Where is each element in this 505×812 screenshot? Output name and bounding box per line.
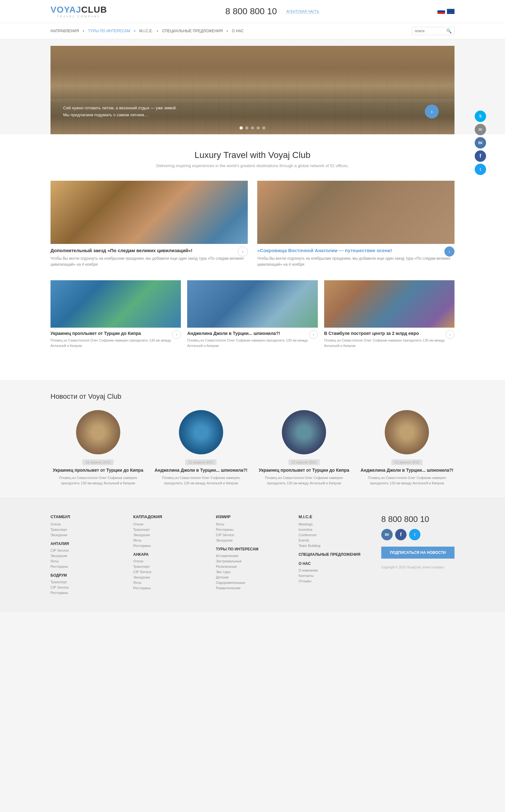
footer-mice-events[interactable]: Events (299, 539, 372, 542)
logo-voyaj: VOYAJ (50, 5, 81, 14)
footer-col-1: СТАМБУЛ Отели Транспорт Экскурсии АНТАЛИ… (50, 514, 124, 596)
flag-ru[interactable] (438, 9, 445, 14)
footer-tours-romantic[interactable]: Романтические (216, 586, 289, 590)
nav-item-directions[interactable]: НАПРАВЛЕНИЯ (50, 29, 83, 33)
search-input[interactable] (415, 29, 446, 33)
footer-tours-extreme[interactable]: Экстремальные (216, 559, 289, 563)
news-card-text-1: Пловец из Севастополя Олег Софаник намер… (50, 475, 146, 486)
header-center: 8 800 800 10 АГЕНТСКАЯ ЧАСТЬ (225, 6, 319, 16)
footer-fb-btn[interactable]: f (395, 529, 406, 540)
footer-copyright: Copyright © 2015 VoyajClub, travel compa… (381, 565, 455, 570)
footer-ankara-yachts[interactable]: Яхты (133, 581, 206, 585)
news-card-3: 22 апреля 2015 Украинец проплывет от Тур… (257, 410, 352, 486)
luxury-subtitle: Delivering inspiring experiences in the … (50, 163, 455, 168)
facebook-button[interactable]: f (475, 150, 486, 162)
footer-cappadocia-yachts[interactable]: Яхты (133, 539, 206, 542)
nav-item-about[interactable]: О НАС (228, 29, 247, 33)
article-arrow-2[interactable]: › (309, 330, 318, 339)
footer-bodrum-restaurants[interactable]: Рестораны (50, 591, 124, 595)
vk-button[interactable]: ВК (475, 137, 486, 148)
skype-button[interactable]: S (475, 111, 486, 122)
footer-bodrum-cip[interactable]: CIP Service (50, 585, 124, 589)
footer-antalya-yachts[interactable]: Яхты (50, 559, 124, 563)
footer-grid: СТАМБУЛ Отели Транспорт Экскурсии АНТАЛИ… (50, 514, 455, 596)
hero-next-button[interactable]: › (425, 105, 439, 118)
footer-cappadocia-hotels[interactable]: Отели (133, 522, 206, 526)
footer-cappadocia-excursions[interactable]: Экскурсии (133, 533, 206, 537)
footer-vk-btn[interactable]: ВК (381, 529, 393, 540)
footer-ankara-excursions[interactable]: Экскурсии (133, 575, 206, 579)
footer-bodrum-transport[interactable]: Транспорт (50, 580, 124, 584)
header: VOYAJCLUB TRAVEL COMPANY 8 800 800 10 АГ… (0, 0, 505, 23)
footer-about-company[interactable]: О компании (299, 568, 372, 572)
footer-tours-wellness[interactable]: Оздоровительные (216, 581, 289, 585)
email-button[interactable]: ✉ (475, 124, 486, 135)
footer-tours-children[interactable]: Детские (216, 575, 289, 579)
logo-club: CLUB (81, 5, 107, 14)
news-img-2 (179, 410, 223, 454)
hero-text-overlay: Сей нужно готовить летом, а весенний отд… (63, 105, 177, 118)
footer-cappadocia-restaurants[interactable]: Рестораны (133, 544, 206, 548)
footer-izmir-restaurants[interactable]: Рестораны (216, 528, 289, 532)
hero-background (50, 46, 455, 134)
hero-dot-4[interactable] (257, 126, 260, 130)
hero-dot-5[interactable] (262, 126, 266, 130)
language-flags (438, 9, 455, 14)
footer-istanbul-hotels[interactable]: Отели (50, 522, 124, 526)
footer-ankara-hotels[interactable]: Отели (133, 559, 206, 563)
news-card-2: 22 апреля 2015 Анджелина Джоли в Турции.… (153, 410, 248, 486)
nav-item-mice[interactable]: M.I.C.E. (135, 29, 157, 33)
article-card-1: Украинец проплывет от Турции до Кипра Пл… (50, 280, 181, 348)
featured-card-2: «Сокровища Восточной Анатолии — путешест… (257, 181, 455, 268)
footer-about-contacts[interactable]: Контакты (299, 574, 372, 578)
footer-special-title: СПЕЦИАЛЬНЫЕ ПРЕДЛОЖЕНИЯ (299, 552, 372, 557)
hero-line1: Сей нужно готовить летом, а весенний отд… (63, 105, 177, 112)
flag-en[interactable] (447, 9, 455, 14)
search-icon[interactable]: 🔍 (446, 28, 452, 33)
footer-ankara-restaurants[interactable]: Рестораны (133, 586, 206, 590)
featured-arrow-1[interactable]: › (238, 246, 248, 256)
search-box: 🔍 (412, 27, 455, 35)
footer-izmir-excursions[interactable]: Экскурсии (216, 539, 289, 542)
footer-antalya-cip[interactable]: CIP Service (50, 549, 124, 552)
news-date-wrap-4: 22 апреля 2015 (359, 459, 455, 465)
footer-ankara-cip[interactable]: CIP Service (133, 570, 206, 574)
news-card-title-1: Украинец проплывет от Турции до Кипра (50, 468, 146, 473)
footer-tours-eco[interactable]: Эко туры (216, 570, 289, 574)
footer-antalya-excursions[interactable]: Экскурсии (50, 554, 124, 558)
footer-mice-teambuilding[interactable]: Team Building (299, 544, 372, 548)
footer-ankara-transport[interactable]: Транспорт (133, 565, 206, 568)
footer-mice-conference[interactable]: Conference (299, 533, 372, 537)
footer-about-reviews[interactable]: Отзывы (299, 579, 372, 583)
footer-antalya-restaurants[interactable]: Рестораны (50, 565, 124, 568)
social-sidebar: S ✉ ВК f t (475, 111, 486, 175)
news-date-wrap-2: 22 апреля 2015 (153, 459, 248, 465)
nav-item-tours[interactable]: ТУРЫ ПО ИНТЕРЕСАМ (84, 29, 134, 33)
footer-cappadocia-transport[interactable]: Транспорт (133, 528, 206, 532)
news-date-wrap-3: 22 апреля 2015 (257, 459, 352, 465)
hero-dot-1[interactable] (239, 126, 243, 130)
twitter-button[interactable]: t (475, 164, 486, 175)
agent-link[interactable]: АГЕНТСКАЯ ЧАСТЬ (286, 9, 319, 14)
subscribe-button[interactable]: ПОДПИСАТЬСЯ НА НОВОСТИ (381, 547, 455, 559)
hero-dot-2[interactable] (245, 126, 248, 130)
featured-arrow-2[interactable]: › (445, 246, 455, 256)
footer-tours-religious[interactable]: Религиозные (216, 565, 289, 568)
logo-subtitle: TRAVEL COMPANY (50, 15, 107, 18)
footer-ankara-title: АНКАРА (133, 552, 206, 557)
news-img-1 (76, 410, 120, 454)
footer-mice-meetings[interactable]: Meetings (299, 522, 372, 526)
footer-tours-historical[interactable]: Исторические (216, 554, 289, 558)
footer-mice-incentive[interactable]: Incentive (299, 528, 372, 532)
footer-izmir-cip[interactable]: CIP Service (216, 533, 289, 537)
footer-istanbul-excursions[interactable]: Экскурсии (50, 533, 124, 537)
footer-izmir-yachts[interactable]: Яхты (216, 522, 289, 526)
news-section: Новости от Voyaj Club 22 апреля 2015 Укр… (0, 380, 505, 498)
nav-item-special[interactable]: СПЕЦИАЛЬНЫЕ ПРЕДЛОЖЕНИЯ (158, 29, 226, 33)
footer-istanbul-transport[interactable]: Транспорт (50, 528, 124, 532)
navigation: НАПРАВЛЕНИЯ • ТУРЫ ПО ИНТЕРЕСАМ • M.I.C.… (0, 23, 505, 39)
footer-istanbul-title: СТАМБУЛ (50, 514, 124, 519)
hero-dot-3[interactable] (251, 126, 254, 130)
footer-tw-btn[interactable]: t (409, 529, 420, 540)
news-card-text-2: Пловец из Севастополя Олег Софаник намер… (153, 475, 248, 486)
